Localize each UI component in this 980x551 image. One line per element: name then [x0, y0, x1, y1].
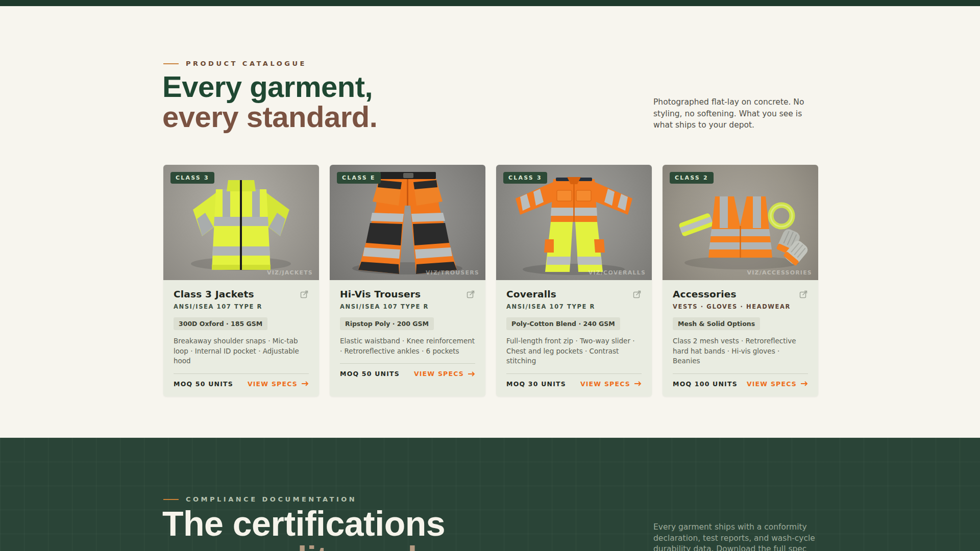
compliance-heading-line2: your audit needs: [162, 541, 445, 551]
class-badge: CLASS 2: [670, 172, 714, 184]
compliance-eyebrow-label: COMPLIANCE DOCUMENTATION: [186, 495, 357, 503]
arrow-right-icon: [301, 381, 309, 387]
compliance-heading: The certifications your audit needs: [162, 506, 445, 551]
coveralls-photo: CLASS 3 VIZ/COVERALLS: [496, 165, 652, 280]
card-description: Elastic waistband · Knee reinforcement ·…: [340, 336, 475, 356]
card-divider: [673, 373, 808, 374]
card-title: Accessories: [673, 289, 737, 299]
fabric-chip: Mesh & Solid Options: [673, 317, 760, 330]
top-accent-bar: [0, 0, 980, 6]
moq-label: MOQ 50 UNITS: [340, 370, 400, 378]
card-subtitle: ANSI/ISEA 107 TYPE R: [340, 303, 475, 310]
catalogue-intro-text: Photographed flat-lay on concrete. No st…: [653, 96, 814, 131]
catalogue-page: PRODUCT CATALOGUE Every garment, every s…: [0, 0, 980, 551]
view-specs-label: VIEW SPECS: [414, 370, 464, 378]
catalogue-eyebrow: PRODUCT CATALOGUE: [163, 60, 307, 67]
trousers-photo: CLASS E VIZ/TROUSERS: [330, 165, 485, 280]
card-subtitle: VESTS · GLOVES · HEADWEAR: [673, 303, 808, 310]
arrow-right-icon: [800, 381, 808, 387]
moq-label: MOQ 100 UNITS: [673, 380, 738, 388]
catalogue-eyebrow-label: PRODUCT CATALOGUE: [186, 60, 307, 67]
fabric-chip: Ripstop Poly · 200 GSM: [340, 317, 434, 330]
fabric-chip: Poly-Cotton Blend · 240 GSM: [506, 317, 620, 330]
product-card-coveralls: CLASS 3 VIZ/COVERALLS Coveralls ANSI/ISE…: [496, 165, 652, 396]
eyebrow-dash: [163, 63, 179, 64]
class-badge: CLASS 3: [170, 172, 214, 184]
compliance-heading-line1: The certifications: [162, 506, 445, 541]
external-link-icon[interactable]: [799, 290, 808, 300]
arrow-right-icon: [634, 381, 642, 387]
product-card-accessories: CLASS 2 VIZ/ACCESSORIES Accessories VEST…: [663, 165, 818, 396]
view-specs-label: VIEW SPECS: [580, 380, 630, 388]
photo-watermark: VIZ/COVERALLS: [589, 269, 646, 276]
view-specs-link[interactable]: VIEW SPECS: [580, 380, 642, 388]
card-title: Hi-Vis Trousers: [340, 289, 421, 299]
external-link-icon[interactable]: [300, 290, 309, 300]
compliance-section: COMPLIANCE DOCUMENTATION The certificati…: [0, 438, 980, 551]
eyebrow-dash: [163, 499, 179, 500]
card-subtitle: ANSI/ISEA 107 TYPE R: [174, 303, 309, 310]
moq-label: MOQ 30 UNITS: [506, 380, 566, 388]
card-body: Accessories VESTS · GLOVES · HEADWEAR Me…: [663, 280, 818, 396]
card-subtitle: ANSI/ISEA 107 TYPE R: [506, 303, 642, 310]
fabric-chip: 300D Oxford · 185 GSM: [174, 317, 267, 330]
view-specs-label: VIEW SPECS: [248, 380, 298, 388]
card-description: Full-length front zip · Two-way slider ·…: [506, 336, 642, 366]
card-body: Class 3 Jackets ANSI/ISEA 107 TYPE R 300…: [163, 280, 319, 396]
external-link-icon[interactable]: [633, 290, 642, 300]
product-card-trousers: CLASS E VIZ/TROUSERS Hi-Vis Trousers ANS…: [330, 165, 485, 396]
card-title: Class 3 Jackets: [174, 289, 254, 299]
page-title-line1: Every garment,: [162, 71, 377, 102]
external-link-icon[interactable]: [467, 290, 475, 300]
card-body: Coveralls ANSI/ISEA 107 TYPE R Poly-Cott…: [496, 280, 652, 396]
compliance-intro-text: Every garment ships with a conformity de…: [653, 522, 826, 551]
view-specs-link[interactable]: VIEW SPECS: [248, 380, 309, 388]
moq-label: MOQ 50 UNITS: [174, 380, 233, 388]
class-badge: CLASS 3: [503, 172, 547, 184]
page-title-line2: every standard.: [162, 102, 377, 132]
photo-watermark: VIZ/ACCESSORIES: [747, 269, 812, 276]
view-specs-label: VIEW SPECS: [747, 380, 797, 388]
card-description: Class 2 mesh vests · Retroreflective har…: [673, 336, 808, 366]
product-card-jackets: CLASS 3 VIZ/JACKETS Class 3 Jackets ANSI…: [163, 165, 319, 396]
photo-watermark: VIZ/TROUSERS: [426, 269, 479, 276]
page-title: Every garment, every standard.: [162, 71, 377, 132]
view-specs-link[interactable]: VIEW SPECS: [747, 380, 808, 388]
card-description: Breakaway shoulder snaps · Mic-tab loop …: [174, 336, 309, 366]
arrow-right-icon: [468, 371, 475, 377]
class-badge: CLASS E: [337, 172, 381, 184]
accessories-photo: CLASS 2 VIZ/ACCESSORIES: [663, 165, 818, 280]
card-divider: [174, 373, 309, 374]
card-body: Hi-Vis Trousers ANSI/ISEA 107 TYPE R Rip…: [330, 280, 485, 386]
view-specs-link[interactable]: VIEW SPECS: [414, 370, 475, 378]
jacket-photo: CLASS 3 VIZ/JACKETS: [163, 165, 319, 280]
photo-watermark: VIZ/JACKETS: [267, 269, 313, 276]
product-card-grid: CLASS 3 VIZ/JACKETS Class 3 Jackets ANSI…: [163, 165, 818, 396]
card-title: Coveralls: [506, 289, 556, 299]
compliance-eyebrow: COMPLIANCE DOCUMENTATION: [163, 495, 357, 503]
card-divider: [340, 363, 475, 364]
card-divider: [506, 373, 642, 374]
